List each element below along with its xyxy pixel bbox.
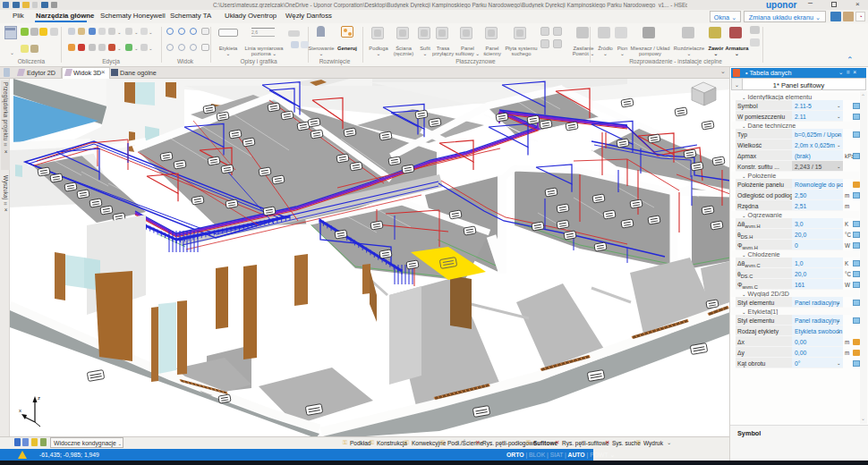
svg-text:z: z (38, 395, 40, 401)
svg-text:x: x (19, 408, 21, 413)
